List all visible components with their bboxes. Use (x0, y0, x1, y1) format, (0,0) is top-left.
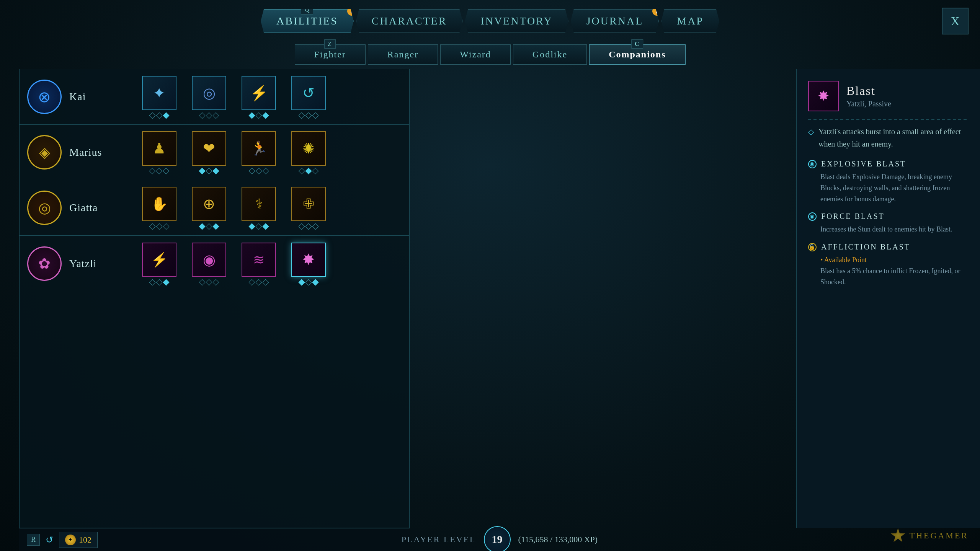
force-blast-label: FORCE BLAST (821, 212, 885, 221)
dot-filled (199, 223, 206, 230)
marius-ability-4-dots (299, 169, 318, 173)
kai-ability-icon-3: ⚡ (242, 76, 276, 110)
detail-title: Blast (846, 84, 891, 98)
max-xp: 133,000 XP (555, 535, 595, 544)
dot (156, 112, 163, 119)
sub-tab-fighter[interactable]: Z Fighter (295, 44, 366, 65)
giatta-ability-1-dots (150, 224, 168, 229)
giatta-ability-1[interactable]: ✋ (142, 187, 176, 229)
tab-character[interactable]: CHARACTER (356, 9, 463, 33)
force-blast-section: ◉ FORCE BLAST Increases the Stun dealt t… (808, 212, 969, 235)
yatzli-ability-2[interactable]: ◉ (192, 243, 226, 285)
companion-info-giatta: ◎ Giatta (27, 191, 134, 225)
sub-tab-godlike[interactable]: Godlike (513, 44, 587, 65)
tab-map[interactable]: MAP (661, 9, 719, 33)
giatta-ability-3[interactable]: ⚕ (242, 187, 276, 229)
description-icon: ◇ (808, 126, 814, 150)
main-content: ⊗ Kai ✦ ◎ (19, 69, 410, 528)
kai-ability-icon-2: ◎ (192, 76, 226, 110)
dot (249, 279, 255, 285)
yatzli-ability-4[interactable]: ✸ (291, 243, 326, 285)
giatta-ability-4[interactable]: ✙ (291, 187, 326, 229)
marius-ability-4[interactable]: ✺ (291, 131, 326, 173)
dot (213, 279, 219, 285)
yatzli-ability-4-dots (299, 280, 318, 285)
dot (149, 112, 156, 119)
marius-ability-icon-1: ♟ (142, 131, 176, 166)
detail-icon-symbol: ✸ (818, 88, 829, 104)
detail-divider (808, 119, 969, 120)
dot (299, 112, 305, 119)
companion-info-marius: ◈ Marius (27, 135, 134, 170)
available-point: • Available Point (820, 254, 969, 266)
detail-subtitle: Yatzli, Passive (846, 99, 891, 108)
yatzli-ability-3[interactable]: ≋ (242, 243, 276, 285)
close-button[interactable]: X (942, 8, 969, 34)
dot (149, 168, 156, 174)
kai-ability-3-dots (250, 113, 268, 118)
tab-inventory[interactable]: INVENTORY (465, 9, 568, 33)
kai-icon: ⊗ (27, 80, 62, 114)
marius-ability-3[interactable]: 🏃 (242, 131, 276, 173)
kai-ability-4[interactable]: ↺ (291, 76, 326, 118)
dot (312, 112, 319, 119)
map-label: MAP (677, 15, 704, 27)
dot-filled (163, 279, 170, 285)
sub-tab-companions[interactable]: Companions C (589, 44, 685, 65)
explosive-blast-icon: ◉ (808, 160, 817, 168)
yatzli-name: Yatzli (69, 258, 97, 270)
yatzli-ability-icon-4: ✸ (291, 243, 326, 277)
kai-ability-icon-1: ✦ (142, 76, 176, 110)
explosive-blast-section: ◉ EXPLOSIVE BLAST Blast deals Explosive … (808, 160, 969, 204)
dot (299, 168, 305, 174)
companion-row-yatzli: ✿ Yatzli ⚡ ◉ (20, 236, 409, 291)
marius-ability-1[interactable]: ♟ (142, 131, 176, 173)
giatta-ability-2[interactable]: ⊕ (192, 187, 226, 229)
tab-journal[interactable]: ! JOURNAL (571, 9, 659, 33)
tab-abilities[interactable]: Q ! ABILITIES (261, 9, 354, 33)
giatta-ability-3-dots (250, 224, 268, 229)
yatzli-ability-grid: ⚡ ◉ ≋ (142, 243, 326, 285)
dot-filled (305, 168, 312, 174)
yatzli-ability-1-dots (150, 280, 168, 285)
detail-ability-icon: ✸ (808, 81, 839, 111)
dot-filled (299, 279, 305, 285)
detail-description: ◇ Yatzli's attacks burst into a small ar… (808, 126, 969, 150)
companions-label: Companions (609, 49, 666, 59)
level-badge: 19 (484, 526, 511, 551)
companion-row-kai: ⊗ Kai ✦ ◎ (20, 69, 409, 125)
sub-tab-ranger[interactable]: Ranger (368, 44, 438, 65)
godlike-label: Godlike (532, 49, 567, 59)
dot (305, 112, 312, 119)
marius-ability-grid: ♟ ❤ 🏃 (142, 131, 326, 173)
dot (206, 168, 212, 174)
kai-ability-2[interactable]: ◎ (192, 76, 226, 118)
kai-ability-1[interactable]: ✦ (142, 76, 176, 118)
dot-filled (163, 112, 170, 119)
affliction-blast-text: • Available Point Blast has a 5% chance … (820, 254, 969, 287)
sub-tab-wizard[interactable]: Wizard (440, 44, 511, 65)
current-xp: 115,658 (521, 535, 548, 544)
companion-info-kai: ⊗ Kai (27, 80, 134, 114)
companions-key: C (631, 39, 644, 49)
abilities-key: Q (301, 4, 313, 15)
detail-header: ✸ Blast Yatzli, Passive (808, 81, 969, 111)
xp-bar: PLAYER LEVEL 19 (115,658 / 133,000 XP) (19, 528, 980, 551)
dot-filled (249, 112, 255, 119)
dot (206, 223, 212, 230)
dot (149, 223, 156, 230)
dot (206, 112, 212, 119)
kai-ability-3[interactable]: ⚡ (242, 76, 276, 118)
sub-navigation: Z Fighter Ranger Wizard Godlike Companio… (0, 40, 980, 69)
dot (256, 279, 262, 285)
kai-ability-4-dots (299, 113, 318, 118)
dot-filled (213, 223, 219, 230)
marius-ability-2[interactable]: ❤ (192, 131, 226, 173)
yatzli-ability-1[interactable]: ⚡ (142, 243, 176, 285)
dot (149, 279, 156, 285)
inventory-label: INVENTORY (480, 15, 552, 27)
dot (312, 223, 319, 230)
dot (156, 168, 163, 174)
yatzli-ability-3-dots (250, 280, 268, 285)
journal-label: JOURNAL (586, 15, 644, 27)
